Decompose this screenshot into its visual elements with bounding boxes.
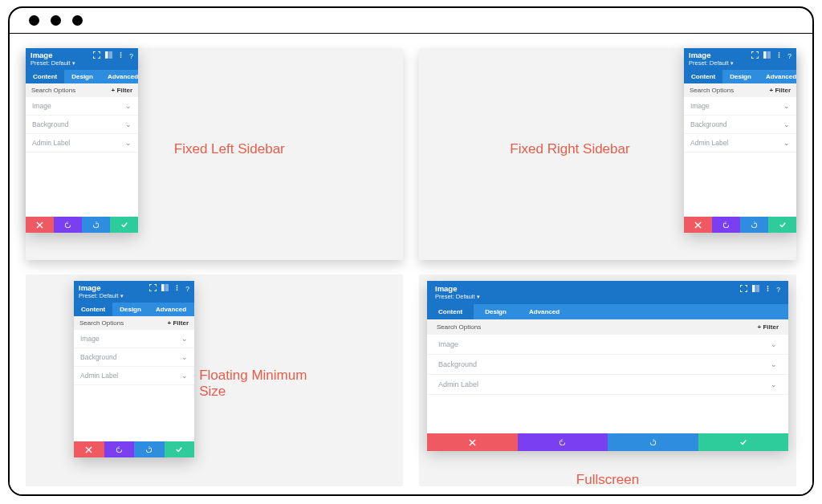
section-label: Admin Label bbox=[80, 372, 118, 380]
panel-header[interactable]: Image Preset: Default ? bbox=[26, 48, 138, 70]
search-label[interactable]: Search Options bbox=[31, 87, 75, 94]
section-admin-label[interactable]: Admin Label⌄ bbox=[74, 367, 194, 385]
filter-button[interactable]: Filter bbox=[112, 87, 132, 94]
search-label[interactable]: Search Options bbox=[690, 87, 734, 94]
panel-footer bbox=[427, 433, 788, 449]
menu-icon[interactable] bbox=[117, 51, 124, 60]
save-button[interactable] bbox=[698, 433, 789, 451]
panel-header-actions: ? bbox=[751, 51, 791, 60]
close-button[interactable] bbox=[427, 433, 518, 451]
content-grid: Fixed Left Sidebar Image Preset: Default… bbox=[10, 34, 812, 494]
search-label[interactable]: Search Options bbox=[79, 319, 124, 327]
tab-advanced[interactable]: Advanced bbox=[518, 304, 571, 319]
panel-header[interactable]: Image Preset: Default ? bbox=[74, 281, 194, 303]
undo-button[interactable] bbox=[104, 441, 135, 457]
tab-content[interactable]: Content bbox=[427, 304, 474, 319]
save-button[interactable] bbox=[110, 217, 138, 233]
panel-preset[interactable]: Preset: Default bbox=[689, 60, 734, 67]
section-image[interactable]: Image⌄ bbox=[74, 330, 194, 348]
svg-point-8 bbox=[779, 55, 780, 56]
search-label[interactable]: Search Options bbox=[437, 323, 481, 331]
example-fixed-left: Fixed Left Sidebar Image Preset: Default… bbox=[26, 48, 403, 260]
panel-title-block: Image Preset: Default bbox=[689, 51, 734, 67]
section-image[interactable]: Image⌄ bbox=[684, 97, 796, 116]
menu-icon[interactable] bbox=[173, 284, 181, 293]
svg-point-17 bbox=[767, 286, 769, 287]
undo-button[interactable] bbox=[518, 433, 608, 451]
filter-button[interactable]: Filter bbox=[770, 87, 791, 94]
tab-design[interactable]: Design bbox=[474, 304, 518, 319]
menu-icon[interactable] bbox=[775, 51, 783, 60]
help-icon[interactable]: ? bbox=[185, 285, 189, 293]
panel-preset[interactable]: Preset: Default bbox=[435, 294, 480, 301]
section-background[interactable]: Background⌄ bbox=[26, 116, 138, 134]
tab-content[interactable]: Content bbox=[26, 70, 64, 83]
section-admin-label[interactable]: Admin Label⌄ bbox=[427, 375, 788, 395]
panel-title-block: Image Preset: Default bbox=[435, 285, 480, 301]
snap-icon[interactable] bbox=[105, 51, 112, 60]
chevron-down-icon: ⌄ bbox=[125, 139, 132, 147]
menu-icon[interactable] bbox=[764, 285, 771, 294]
section-background[interactable]: Background⌄ bbox=[684, 116, 796, 134]
tab-advanced[interactable]: Advanced bbox=[100, 70, 145, 83]
save-button[interactable] bbox=[165, 441, 195, 457]
section-image[interactable]: Image⌄ bbox=[427, 335, 788, 355]
sections-list: Image⌄ Background⌄ Admin Label⌄ bbox=[427, 335, 788, 433]
tab-content[interactable]: Content bbox=[74, 303, 112, 316]
sections-list: Image⌄ Background⌄ Admin Label⌄ bbox=[26, 97, 138, 217]
redo-button[interactable] bbox=[740, 217, 768, 233]
section-label: Background bbox=[32, 120, 68, 128]
tab-design[interactable]: Design bbox=[722, 70, 759, 83]
panel-preset[interactable]: Preset: Default bbox=[79, 293, 124, 300]
section-background[interactable]: Background⌄ bbox=[74, 348, 194, 367]
expand-icon[interactable] bbox=[751, 51, 759, 60]
chevron-down-icon: ⌄ bbox=[783, 102, 790, 110]
svg-point-12 bbox=[177, 285, 178, 287]
panel-preset[interactable]: Preset: Default bbox=[31, 60, 75, 67]
panel-header[interactable]: Image Preset: Default ? bbox=[427, 281, 788, 304]
svg-point-19 bbox=[767, 290, 769, 291]
svg-rect-11 bbox=[165, 284, 169, 291]
snap-icon[interactable] bbox=[752, 285, 759, 294]
tab-content[interactable]: Content bbox=[684, 70, 722, 83]
expand-icon[interactable] bbox=[740, 285, 747, 294]
close-button[interactable] bbox=[26, 217, 54, 233]
settings-panel: Image Preset: Default ? Content Design A… bbox=[74, 281, 194, 457]
tab-advanced[interactable]: Advanced bbox=[149, 303, 193, 316]
svg-point-18 bbox=[767, 288, 769, 290]
close-button[interactable] bbox=[684, 217, 712, 233]
undo-button[interactable] bbox=[54, 217, 82, 233]
panel-header[interactable]: Image Preset: Default ? bbox=[684, 48, 796, 70]
undo-button[interactable] bbox=[712, 217, 740, 233]
snap-icon[interactable] bbox=[763, 51, 771, 60]
tab-advanced[interactable]: Advanced bbox=[759, 70, 804, 83]
section-admin-label[interactable]: Admin Label⌄ bbox=[684, 134, 796, 152]
panel-tabs: Content Design Advanced bbox=[74, 303, 194, 316]
section-image[interactable]: Image⌄ bbox=[26, 97, 138, 116]
section-background[interactable]: Background⌄ bbox=[427, 355, 788, 375]
window-dot bbox=[51, 15, 61, 26]
help-icon[interactable]: ? bbox=[129, 52, 133, 60]
close-button[interactable] bbox=[74, 441, 104, 457]
help-icon[interactable]: ? bbox=[776, 286, 780, 294]
tab-design[interactable]: Design bbox=[112, 303, 149, 316]
tab-design[interactable]: Design bbox=[64, 70, 100, 83]
window-dot bbox=[72, 15, 83, 26]
example-fullscreen: Fullscreen Image Preset: Default ? Co bbox=[419, 274, 796, 486]
filter-button[interactable]: Filter bbox=[168, 319, 189, 327]
section-label: Background bbox=[80, 353, 116, 361]
redo-button[interactable] bbox=[134, 441, 165, 457]
redo-button[interactable] bbox=[608, 433, 698, 451]
redo-button[interactable] bbox=[82, 217, 110, 233]
section-admin-label[interactable]: Admin Label⌄ bbox=[26, 134, 138, 152]
svg-point-3 bbox=[120, 55, 122, 56]
expand-icon[interactable] bbox=[93, 51, 100, 60]
help-icon[interactable]: ? bbox=[787, 52, 791, 60]
section-label: Image bbox=[690, 102, 710, 110]
svg-rect-10 bbox=[161, 284, 165, 291]
save-button[interactable] bbox=[768, 217, 796, 233]
snap-icon[interactable] bbox=[161, 284, 169, 293]
expand-icon[interactable] bbox=[149, 284, 157, 293]
filter-button[interactable]: Filter bbox=[758, 323, 779, 331]
svg-rect-5 bbox=[763, 51, 767, 59]
